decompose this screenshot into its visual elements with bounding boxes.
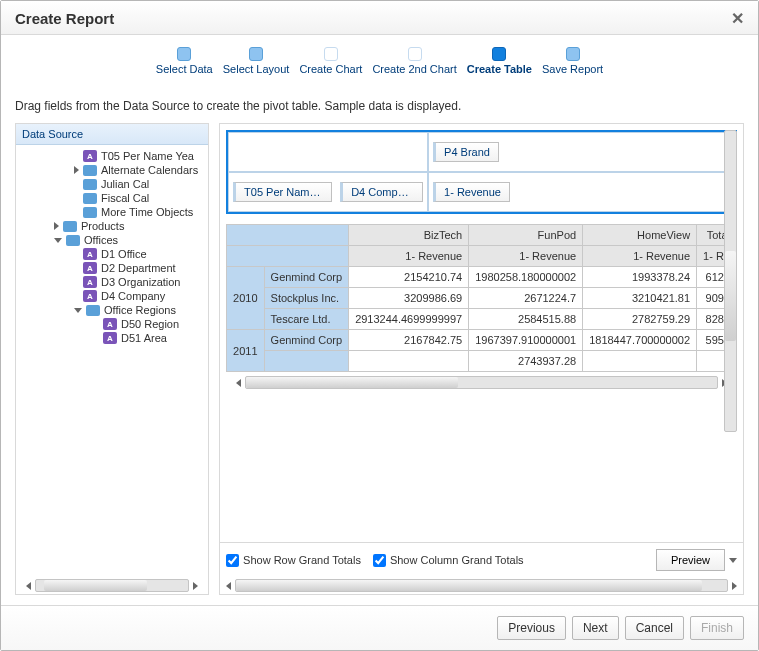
data-cell — [583, 351, 697, 372]
attribute-icon: A — [103, 332, 117, 344]
workspace: Data Source AT05 Per Name YeaAlternate C… — [15, 123, 744, 595]
wizard-step[interactable]: Select Data — [156, 47, 213, 75]
attribute-icon: A — [83, 262, 97, 274]
pivot-panel: P4 Brand T05 Per Name...D4 Company 1- Re… — [219, 123, 744, 595]
data-cell: 2584515.88 — [469, 309, 583, 330]
tree-item[interactable]: Julian Cal — [16, 177, 208, 191]
create-report-dialog: { "dialog": { "title": "Create Report", … — [0, 0, 759, 651]
pivot-hscroll[interactable] — [226, 374, 737, 391]
pivot-vscroll[interactable] — [724, 130, 737, 432]
drop-zone-sections[interactable] — [228, 132, 428, 172]
data-source-panel: Data Source AT05 Per Name YeaAlternate C… — [15, 123, 209, 595]
attribute-icon: A — [83, 290, 97, 302]
tree-item-label: Offices — [84, 234, 118, 246]
tree-item[interactable]: AT05 Per Name Yea — [16, 149, 208, 163]
data-source-tree[interactable]: AT05 Per Name YeaAlternate CalendarsJuli… — [16, 145, 208, 577]
show-col-totals-checkbox[interactable]: Show Column Grand Totals — [373, 554, 524, 567]
panel-hscroll[interactable] — [220, 577, 743, 594]
twist-icon[interactable] — [54, 222, 59, 230]
tree-item[interactable]: AD2 Department — [16, 261, 208, 275]
wizard-step[interactable]: Create Table — [467, 47, 532, 75]
wizard-step-label: Create Chart — [299, 63, 362, 75]
cancel-button[interactable]: Cancel — [625, 616, 684, 640]
data-cell: 1993378.24 — [583, 267, 697, 288]
scroll-left-icon[interactable] — [26, 582, 31, 590]
data-source-header: Data Source — [16, 124, 208, 145]
table-row: 2010Genmind Corp2154210.741980258.180000… — [227, 267, 737, 288]
field-chip[interactable]: P4 Brand — [433, 142, 499, 162]
chevron-down-icon[interactable] — [729, 558, 737, 563]
field-chip[interactable]: T05 Per Name... — [233, 182, 332, 202]
wizard-step-label: Save Report — [542, 63, 603, 75]
tree-item-label: D4 Company — [101, 290, 165, 302]
tree-item-label: T05 Per Name Yea — [101, 150, 194, 162]
tree-item-label: Alternate Calendars — [101, 164, 198, 176]
preview-button[interactable]: Preview — [656, 549, 725, 571]
close-icon[interactable]: ✕ — [731, 9, 744, 28]
scroll-left-icon[interactable] — [226, 582, 231, 590]
tree-item-label: Office Regions — [104, 304, 176, 316]
drop-zone-columns[interactable]: P4 Brand — [428, 132, 735, 172]
tree-item[interactable]: Alternate Calendars — [16, 163, 208, 177]
preview-dropdown[interactable]: Preview — [656, 549, 737, 571]
scroll-right-icon[interactable] — [732, 582, 737, 590]
tree-item[interactable]: Products — [16, 219, 208, 233]
scroll-track[interactable] — [245, 376, 718, 389]
attribute-icon: A — [103, 318, 117, 330]
scroll-right-icon[interactable] — [193, 582, 198, 590]
table-row: Tescare Ltd.2913244.46999999972584515.88… — [227, 309, 737, 330]
tree-item[interactable]: AD1 Office — [16, 247, 208, 261]
field-chip[interactable]: D4 Company — [340, 182, 423, 202]
table-row: Stockplus Inc.3209986.692671224.73210421… — [227, 288, 737, 309]
data-source-hscroll[interactable] — [16, 577, 208, 594]
pivot-body: P4 Brand T05 Per Name...D4 Company 1- Re… — [220, 124, 743, 542]
checkbox-label: Show Row Grand Totals — [243, 554, 361, 566]
tree-item-label: D2 Department — [101, 262, 176, 274]
checkbox-icon[interactable] — [226, 554, 239, 567]
data-cell: 1980258.180000002 — [469, 267, 583, 288]
data-cell: 2743937.28 — [469, 351, 583, 372]
checkbox-icon[interactable] — [373, 554, 386, 567]
wizard-step-label: Select Layout — [223, 63, 290, 75]
wizard-step[interactable]: Create Chart — [299, 47, 362, 75]
show-row-totals-checkbox[interactable]: Show Row Grand Totals — [226, 554, 361, 567]
attribute-icon: A — [83, 276, 97, 288]
tree-item[interactable]: AD51 Area — [16, 331, 208, 345]
scroll-thumb[interactable] — [44, 580, 147, 591]
twist-icon[interactable] — [74, 308, 82, 313]
tree-item[interactable]: Office Regions — [16, 303, 208, 317]
col-header: HomeView — [583, 225, 697, 246]
row-header-company: Stockplus Inc. — [264, 288, 349, 309]
wizard-step[interactable]: Save Report — [542, 47, 603, 75]
twist-spacer — [94, 334, 99, 342]
scroll-track[interactable] — [235, 579, 728, 592]
data-cell — [349, 351, 469, 372]
tree-item[interactable]: AD50 Region — [16, 317, 208, 331]
tree-item[interactable]: Offices — [16, 233, 208, 247]
scroll-thumb[interactable] — [725, 251, 736, 341]
tree-item[interactable]: AD3 Organization — [16, 275, 208, 289]
next-button[interactable]: Next — [572, 616, 619, 640]
scroll-track[interactable] — [35, 579, 189, 592]
scroll-thumb[interactable] — [246, 377, 458, 388]
finish-button[interactable]: Finish — [690, 616, 744, 640]
tree-item[interactable]: More Time Objects — [16, 205, 208, 219]
pivot-drop-zone[interactable]: P4 Brand T05 Per Name...D4 Company 1- Re… — [226, 130, 737, 214]
data-cell: 2913244.4699999997 — [349, 309, 469, 330]
table-row: 2743937.28 — [227, 351, 737, 372]
wizard-step-icon — [566, 47, 580, 61]
scroll-left-icon[interactable] — [236, 379, 241, 387]
twist-icon[interactable] — [74, 166, 79, 174]
previous-button[interactable]: Previous — [497, 616, 566, 640]
wizard-step[interactable]: Create 2nd Chart — [372, 47, 456, 75]
data-cell: 1818447.700000002 — [583, 330, 697, 351]
field-chip[interactable]: 1- Revenue — [433, 182, 510, 202]
wizard-step-label: Create 2nd Chart — [372, 63, 456, 75]
twist-icon[interactable] — [54, 238, 62, 243]
drop-zone-rows[interactable]: T05 Per Name...D4 Company — [228, 172, 428, 212]
drop-zone-measures[interactable]: 1- Revenue — [428, 172, 735, 212]
wizard-step[interactable]: Select Layout — [223, 47, 290, 75]
tree-item[interactable]: Fiscal Cal — [16, 191, 208, 205]
scroll-thumb[interactable] — [236, 580, 702, 591]
tree-item[interactable]: AD4 Company — [16, 289, 208, 303]
